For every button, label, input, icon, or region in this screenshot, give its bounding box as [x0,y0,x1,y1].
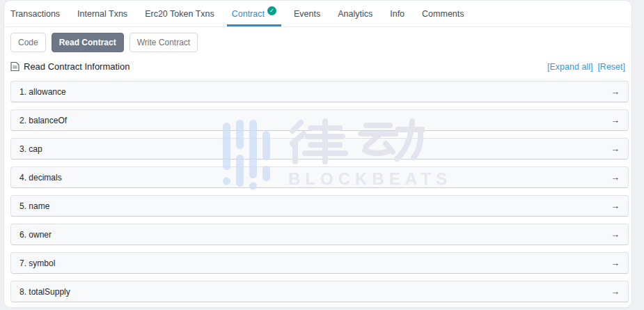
arrow-right-icon: → [611,286,620,297]
function-row-owner[interactable]: 6. owner → [10,224,629,245]
function-row-cap[interactable]: 3. cap → [10,138,629,160]
arrow-right-icon: → [611,172,620,183]
section-title: Read Contract Information [10,61,129,72]
contract-function-list: 1. allowance → 2. balanceOf → 3. cap → 4… [4,72,631,302]
function-label: 1. allowance [19,87,66,97]
arrow-right-icon: → [611,86,620,97]
tab-contract-label: Contract [232,9,265,19]
section-title-text: Read Contract Information [24,61,129,72]
arrow-right-icon: → [611,201,620,211]
verified-check-icon: ✓ [267,6,276,15]
function-label: 8. totalSupply [19,287,70,297]
tab-internal-txns[interactable]: Internal Txns [77,1,127,26]
function-row-symbol[interactable]: 7. symbol → [10,252,629,274]
function-row-name[interactable]: 5. name → [10,195,629,217]
tab-info[interactable]: Info [390,1,405,26]
contract-panel: Transactions Internal Txns Erc20 Token T… [3,0,632,308]
arrow-right-icon: → [611,229,620,240]
function-label: 6. owner [19,230,52,240]
function-label: 2. balanceOf [19,116,67,125]
read-contract-header: Read Contract Information [Expand all] [… [4,52,631,72]
arrow-right-icon: → [611,258,620,268]
contract-toolbar: Code Read Contract Write Contract [4,27,631,52]
document-icon [10,61,19,72]
tab-events[interactable]: Events [294,1,320,26]
expand-all-link[interactable]: [Expand all] [547,62,592,72]
code-button[interactable]: Code [10,33,46,52]
arrow-right-icon: → [611,144,620,154]
arrow-right-icon: → [611,115,620,125]
function-label: 5. name [19,201,49,211]
tab-contract[interactable]: Contract ✓ [227,1,281,26]
tab-comments[interactable]: Comments [422,1,464,26]
section-links: [Expand all] [Reset] [547,62,625,72]
write-contract-button[interactable]: Write Contract [129,33,198,52]
function-row-balanceof[interactable]: 2. balanceOf → [10,109,629,131]
function-row-allowance[interactable]: 1. allowance → [10,81,629,102]
tab-analytics[interactable]: Analytics [338,1,372,26]
read-contract-button[interactable]: Read Contract [52,33,124,52]
reset-link[interactable]: [Reset] [597,62,625,72]
function-label: 4. decimals [19,173,62,183]
function-row-totalsupply[interactable]: 8. totalSupply → [10,281,629,302]
function-row-decimals[interactable]: 4. decimals → [10,166,629,188]
tab-erc20-token-txns[interactable]: Erc20 Token Txns [145,1,214,26]
function-label: 3. cap [19,144,42,154]
tab-transactions[interactable]: Transactions [10,1,60,26]
tab-bar: Transactions Internal Txns Erc20 Token T… [4,1,631,27]
function-label: 7. symbol [19,258,55,268]
